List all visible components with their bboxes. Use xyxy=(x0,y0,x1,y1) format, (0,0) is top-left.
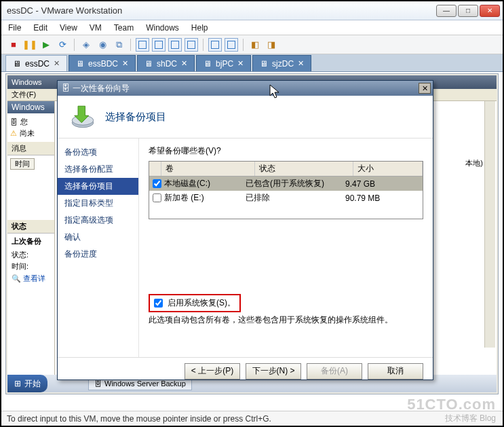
wizard-nav: 备份选项 选择备份配置 选择备份项目 指定目标类型 指定高级选项 确认 备份进度 xyxy=(58,138,139,357)
tool-icon-b[interactable]: ◨ xyxy=(265,38,278,52)
col-volume[interactable]: 卷 xyxy=(161,162,255,176)
view-icon-3[interactable] xyxy=(168,38,182,52)
tree-warning[interactable]: ⚠ 尚未 xyxy=(10,128,52,139)
menu-help[interactable]: Help xyxy=(191,23,208,33)
volumes-table: 卷 状态 大小 本地磁盘(C:) 已包含(用于系统恢复) 9.47 GB xyxy=(149,161,423,219)
fullscreen-icon[interactable] xyxy=(208,38,222,52)
volume-row[interactable]: 新加卷 (E:) 已排除 90.79 MB xyxy=(149,191,423,205)
view-details-link[interactable]: 查看详 xyxy=(23,274,45,282)
monitor-icon: 🖥 xyxy=(203,59,212,69)
monitor-icon: 🖥 xyxy=(144,59,153,69)
stop-icon[interactable]: ■ xyxy=(7,38,20,52)
system-restore-label: 启用系统恢复(S)。 xyxy=(168,297,235,309)
minimize-button[interactable]: — xyxy=(436,5,457,17)
backup-wizard-dialog: 🗄 一次性备份向导 ✕ 选择备份项目 备份选项 选择备份配置 选择备份项目 xyxy=(57,80,433,380)
nav-progress[interactable]: 备份进度 xyxy=(58,246,138,263)
nav-advanced-options[interactable]: 指定高级选项 xyxy=(58,212,138,229)
scrollbar[interactable] xyxy=(484,101,495,348)
time-header[interactable]: 时间 xyxy=(10,158,35,170)
magnify-icon: 🔍 xyxy=(12,274,21,282)
cancel-button[interactable]: 取消 xyxy=(368,363,423,379)
volume-checkbox[interactable] xyxy=(153,179,161,188)
last-backup-label: 上次备份 xyxy=(7,234,54,249)
wizard-icon: 🗄 xyxy=(62,83,70,93)
vmware-toolbar: ■ ❚❚ ▶ ⟳ ◈ ◉ ⧉ ◧ ◨ xyxy=(1,35,503,54)
monitor-icon: 🖥 xyxy=(13,59,21,69)
monitor-icon: 🖥 xyxy=(76,59,84,69)
nav-backup-options[interactable]: 备份选项 xyxy=(58,144,138,161)
tool-icon-a[interactable]: ◧ xyxy=(248,38,262,52)
vmware-title: essDC - VMware Workstation xyxy=(7,5,122,16)
menu-vm[interactable]: VM xyxy=(90,23,102,33)
backup-button: 备份(A) xyxy=(307,363,362,379)
vmware-tabbar: 🖥 essDC ✕ 🖥 essBDC ✕ 🖥 shDC ✕ 🖥 bjPC ✕ 🖥 xyxy=(1,54,503,72)
backup-large-icon xyxy=(69,103,97,131)
revert-icon[interactable]: ◉ xyxy=(96,38,109,52)
menu-team[interactable]: Team xyxy=(114,23,134,33)
menu-file[interactable]: File xyxy=(8,23,21,33)
tab-sjzdc[interactable]: 🖥 sjzDC ✕ xyxy=(252,55,311,71)
windows-icon: ⊞ xyxy=(14,379,21,388)
pause-icon[interactable]: ❚❚ xyxy=(23,38,37,52)
state-label: 状态 xyxy=(7,220,54,234)
close-button[interactable]: ✕ xyxy=(480,5,500,17)
wizard-close-button[interactable]: ✕ xyxy=(419,83,431,94)
menu-view[interactable]: View xyxy=(60,23,77,33)
view-icon-1[interactable] xyxy=(136,38,149,52)
backup-icon: 🗄 xyxy=(10,118,18,126)
warning-icon: ⚠ xyxy=(10,129,17,138)
wizard-titlebar[interactable]: 🗄 一次性备份向导 ✕ xyxy=(58,81,433,96)
snapshot-icon[interactable]: ◈ xyxy=(79,38,93,52)
highlighted-option: 启用系统恢复(S)。 xyxy=(149,294,241,312)
reset-icon[interactable]: ⟳ xyxy=(56,38,69,52)
volumes-prompt: 希望备份哪些卷(V)? xyxy=(149,145,423,157)
volume-row[interactable]: 本地磁盘(C:) 已包含(用于系统恢复) 9.47 GB xyxy=(149,177,423,191)
panel-title: Windows xyxy=(7,101,54,113)
close-icon[interactable]: ✕ xyxy=(237,59,244,68)
menu-windows[interactable]: Windows xyxy=(146,23,179,33)
play-icon[interactable]: ▶ xyxy=(39,38,53,52)
tab-essdc[interactable]: 🖥 essDC ✕ xyxy=(5,55,67,71)
tab-bjpc[interactable]: 🖥 bjPC ✕ xyxy=(196,55,251,71)
messages-label: 消息 xyxy=(7,142,54,155)
back-button[interactable]: < 上一步(P) xyxy=(185,363,240,379)
view-icon-2[interactable] xyxy=(152,38,166,52)
system-restore-desc: 此选项自动包含所有卷，这些卷包含用于系统恢复的操作系统组件。 xyxy=(149,314,423,326)
tab-shdc[interactable]: 🖥 shDC ✕ xyxy=(137,55,195,71)
col-status[interactable]: 状态 xyxy=(255,162,353,176)
col-size[interactable]: 大小 xyxy=(353,162,423,176)
vmware-menubar: File Edit View VM Team Windows Help xyxy=(1,20,503,35)
wizard-header-title: 选择备份项目 xyxy=(105,111,166,124)
start-button[interactable]: ⊞ 开始 xyxy=(7,375,47,392)
nav-backup-items[interactable]: 选择备份项目 xyxy=(58,178,138,195)
close-icon[interactable]: ✕ xyxy=(181,59,187,68)
nav-target-type[interactable]: 指定目标类型 xyxy=(58,195,138,212)
nav-backup-config[interactable]: 选择备份配置 xyxy=(58,161,138,178)
close-icon[interactable]: ✕ xyxy=(122,59,128,68)
menu-edit[interactable]: Edit xyxy=(33,23,47,33)
manage-snapshot-icon[interactable]: ⧉ xyxy=(112,38,125,52)
vmware-titlebar: essDC - VMware Workstation — □ ✕ xyxy=(1,1,503,20)
tree-root[interactable]: 🗄 您 xyxy=(10,116,52,128)
close-icon[interactable]: ✕ xyxy=(54,59,60,68)
view-icon-4[interactable] xyxy=(185,38,198,52)
monitor-icon: 🖥 xyxy=(260,59,268,69)
next-button[interactable]: 下一步(N) > xyxy=(246,363,301,379)
nav-confirm[interactable]: 确认 xyxy=(58,229,138,246)
system-restore-checkbox[interactable] xyxy=(154,299,163,308)
volume-checkbox[interactable] xyxy=(153,193,161,202)
vmware-statusbar: To direct input to this VM, move the mou… xyxy=(1,411,503,426)
unity-icon[interactable] xyxy=(225,38,238,52)
wizard-footer: < 上一步(P) 下一步(N) > 备份(A) 取消 xyxy=(58,357,433,384)
tab-essbdc[interactable]: 🖥 essBDC ✕ xyxy=(69,55,136,71)
maximize-button[interactable]: □ xyxy=(458,5,478,17)
close-icon[interactable]: ✕ xyxy=(298,59,304,68)
